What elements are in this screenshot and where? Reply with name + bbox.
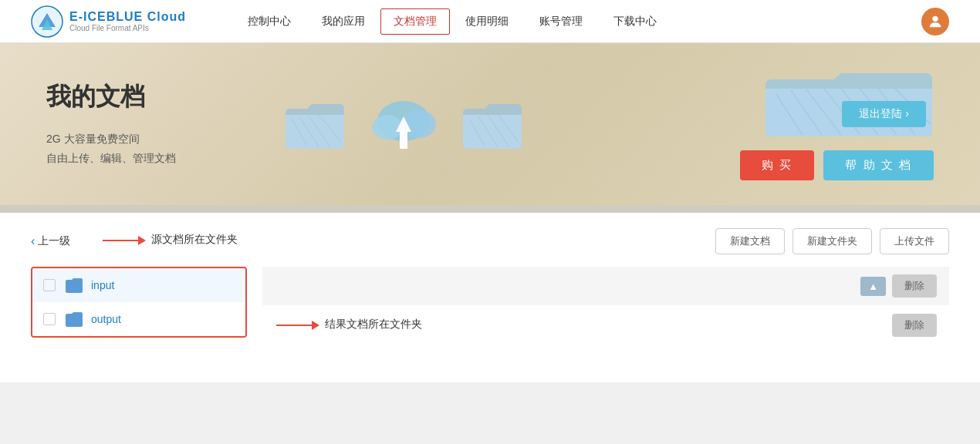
- main-content: ‹ 上一级 源文档所在文件夹 新建文档 新建文件夹 上传文件: [0, 213, 980, 382]
- svg-marker-27: [312, 321, 319, 330]
- hero-desc: 2G 大容量免费空间 自由上传、编辑、管理文档: [46, 130, 176, 168]
- nav-item-account[interactable]: 账号管理: [524, 0, 598, 43]
- toolbar: ‹ 上一级 源文档所在文件夹 新建文档 新建文件夹 上传文件: [31, 228, 949, 254]
- logo-area: E-ICEBLUE Cloud Cloud File Format APIs: [31, 5, 186, 38]
- files-column: input output: [31, 267, 247, 338]
- delete-button-1[interactable]: 删除: [892, 274, 937, 298]
- logo-title: E-ICEBLUE Cloud: [69, 10, 186, 24]
- navbar: E-ICEBLUE Cloud Cloud File Format APIs 控…: [0, 0, 980, 43]
- hero-desc-line2: 自由上传、编辑、管理文档: [46, 149, 176, 168]
- hero-right: 退出登陆 购 买 帮 助 文 档: [740, 69, 934, 180]
- nav-item-apps[interactable]: 我的应用: [306, 0, 380, 43]
- separator: [0, 205, 980, 213]
- upload-file-button[interactable]: 上传文件: [880, 228, 949, 254]
- hero-banner: 我的文档 2G 大容量免费空间 自由上传、编辑、管理文档: [0, 43, 980, 205]
- new-folder-button[interactable]: 新建文件夹: [792, 228, 872, 254]
- annotation1-text: 源文档所在文件夹: [151, 233, 238, 247]
- nav-item-docs[interactable]: 文档管理: [380, 8, 450, 35]
- annotation2-arrow-icon: [275, 316, 321, 335]
- nav-item-dashboard[interactable]: 控制中心: [232, 0, 306, 43]
- svg-marker-25: [138, 236, 146, 245]
- selected-actions-row: ▲ 删除: [262, 267, 949, 305]
- annotation2-text: 结果文档所在文件夹: [325, 318, 422, 331]
- hero-desc-line1: 2G 大容量免费空间: [46, 130, 176, 149]
- nav-item-usage[interactable]: 使用明细: [450, 0, 524, 43]
- annotation1-arrow-icon: [101, 231, 147, 250]
- annotation2-area: 结果文档所在文件夹: [275, 314, 475, 336]
- hero-icons: [284, 93, 523, 155]
- hero-folder-icon-2: [461, 99, 523, 150]
- back-button[interactable]: ‹ 上一级: [31, 234, 70, 248]
- back-label: 上一级: [38, 234, 70, 248]
- files-and-actions: input output ▲ 删除: [31, 267, 949, 344]
- delete-button-2[interactable]: 删除: [892, 314, 937, 337]
- input-file-name[interactable]: input: [91, 279, 114, 291]
- output-row-area: 结果文档所在文件夹 删除: [262, 307, 949, 344]
- hero-cloud-upload-icon: [369, 93, 438, 155]
- hero-text: 我的文档 2G 大容量免费空间 自由上传、编辑、管理文档: [46, 80, 176, 168]
- annotation1-area: 源文档所在文件夹: [101, 230, 294, 253]
- help-button[interactable]: 帮 助 文 档: [823, 150, 934, 180]
- logo-icon: [31, 5, 63, 38]
- output-file-name[interactable]: output: [91, 313, 121, 325]
- input-checkbox[interactable]: [43, 279, 56, 291]
- file-list: input output: [31, 267, 247, 338]
- input-row-wrapper: input: [32, 268, 245, 302]
- nav-links: 控制中心 我的应用 文档管理 使用明细 账号管理 下载中心: [232, 0, 921, 43]
- sort-up-button[interactable]: ▲: [860, 277, 886, 296]
- toolbar-actions: 新建文档 新建文件夹 上传文件: [715, 228, 949, 254]
- logo-subtitle: Cloud File Format APIs: [69, 24, 186, 32]
- back-arrow-icon: ‹: [31, 234, 35, 248]
- buy-button[interactable]: 购 买: [740, 150, 814, 180]
- hero-bottom-btns: 购 买 帮 助 文 档: [740, 150, 934, 180]
- right-panel: ▲ 删除 结果文档所在文件夹 删除: [247, 267, 949, 344]
- output-checkbox[interactable]: [43, 313, 56, 325]
- user-icon: [927, 13, 944, 30]
- logout-button[interactable]: 退出登陆: [842, 101, 926, 127]
- hero-title: 我的文档: [46, 80, 176, 114]
- hero-right-decoration: 退出登陆: [764, 69, 934, 138]
- input-folder-icon: [65, 278, 83, 293]
- file-row-input: input: [32, 268, 245, 302]
- logo-text: E-ICEBLUE Cloud Cloud File Format APIs: [69, 10, 186, 32]
- file-row-output: output: [32, 302, 245, 336]
- svg-point-3: [932, 15, 938, 21]
- new-doc-button[interactable]: 新建文档: [715, 228, 785, 254]
- avatar[interactable]: [921, 8, 949, 35]
- output-folder-icon: [65, 311, 83, 327]
- hero-folder-icon-1: [284, 99, 346, 150]
- nav-item-download[interactable]: 下载中心: [598, 0, 672, 43]
